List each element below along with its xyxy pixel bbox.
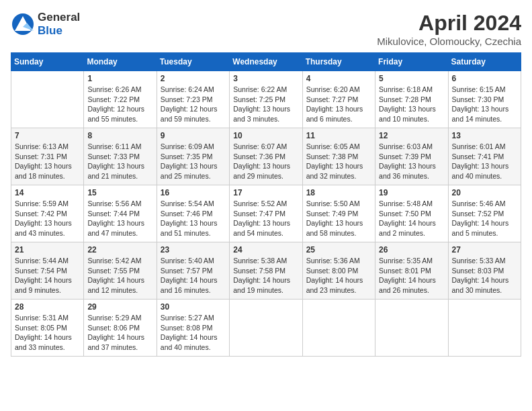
day-info: Sunrise: 5:40 AMSunset: 7:57 PMDaylight:… <box>161 256 226 295</box>
day-info: Sunrise: 5:27 AMSunset: 8:08 PMDaylight:… <box>161 313 226 353</box>
day-number: 6 <box>452 74 517 83</box>
calendar-day-cell: 4Sunrise: 6:20 AMSunset: 7:27 PMDaylight… <box>302 71 375 128</box>
calendar-header: SundayMondayTuesdayWednesdayThursdayFrid… <box>11 53 521 71</box>
calendar-day-cell: 11Sunrise: 6:05 AMSunset: 7:38 PMDayligh… <box>302 128 375 185</box>
day-info: Sunrise: 5:46 AMSunset: 7:52 PMDaylight:… <box>452 199 517 238</box>
calendar-day-cell: 1Sunrise: 6:26 AMSunset: 7:22 PMDaylight… <box>84 71 157 128</box>
day-info: Sunrise: 5:42 AMSunset: 7:55 PMDaylight:… <box>87 256 152 295</box>
calendar-day-cell: 10Sunrise: 6:07 AMSunset: 7:36 PMDayligh… <box>230 128 302 185</box>
calendar-day-cell: 30Sunrise: 5:27 AMSunset: 8:08 PMDayligh… <box>157 300 229 357</box>
day-info: Sunrise: 6:07 AMSunset: 7:36 PMDaylight:… <box>233 142 298 181</box>
day-number: 3 <box>233 74 298 83</box>
weekday-header: Tuesday <box>157 53 229 71</box>
day-number: 14 <box>15 188 80 197</box>
calendar-day-cell <box>302 300 375 357</box>
day-info: Sunrise: 5:50 AMSunset: 7:49 PMDaylight:… <box>306 199 371 238</box>
calendar-day-cell: 6Sunrise: 6:15 AMSunset: 7:30 PMDaylight… <box>448 71 521 128</box>
day-info: Sunrise: 6:22 AMSunset: 7:25 PMDaylight:… <box>233 85 298 124</box>
calendar-day-cell <box>448 300 521 357</box>
calendar-day-cell: 21Sunrise: 5:44 AMSunset: 7:54 PMDayligh… <box>11 242 84 300</box>
day-info: Sunrise: 6:11 AMSunset: 7:33 PMDaylight:… <box>87 142 152 181</box>
logo-general: General <box>38 11 80 24</box>
day-number: 17 <box>233 188 298 197</box>
day-info: Sunrise: 6:20 AMSunset: 7:27 PMDaylight:… <box>306 85 371 124</box>
day-number: 15 <box>87 188 152 197</box>
day-info: Sunrise: 5:52 AMSunset: 7:47 PMDaylight:… <box>233 199 298 238</box>
day-info: Sunrise: 5:56 AMSunset: 7:44 PMDaylight:… <box>87 199 152 238</box>
day-number: 11 <box>306 131 371 140</box>
day-info: Sunrise: 6:15 AMSunset: 7:30 PMDaylight:… <box>452 85 517 124</box>
day-number: 22 <box>87 245 152 255</box>
calendar-day-cell: 8Sunrise: 6:11 AMSunset: 7:33 PMDaylight… <box>84 128 157 185</box>
day-number: 24 <box>233 245 298 255</box>
day-number: 29 <box>87 302 152 312</box>
day-number: 1 <box>87 74 152 83</box>
weekday-header: Sunday <box>11 53 84 71</box>
day-info: Sunrise: 5:44 AMSunset: 7:54 PMDaylight:… <box>15 256 80 295</box>
calendar-day-cell: 28Sunrise: 5:31 AMSunset: 8:05 PMDayligh… <box>11 300 84 357</box>
calendar-day-cell: 3Sunrise: 6:22 AMSunset: 7:25 PMDaylight… <box>230 71 302 128</box>
logo-icon <box>11 12 35 36</box>
day-number: 27 <box>452 245 517 255</box>
calendar-week-row: 1Sunrise: 6:26 AMSunset: 7:22 PMDaylight… <box>11 71 521 128</box>
month-title: April 2024 <box>377 11 521 36</box>
day-number: 5 <box>379 74 444 83</box>
calendar-day-cell: 7Sunrise: 6:13 AMSunset: 7:31 PMDaylight… <box>11 128 84 185</box>
calendar-day-cell: 29Sunrise: 5:29 AMSunset: 8:06 PMDayligh… <box>84 300 157 357</box>
day-number: 26 <box>379 245 444 255</box>
logo: General Blue <box>11 11 80 38</box>
calendar-day-cell: 13Sunrise: 6:01 AMSunset: 7:41 PMDayligh… <box>448 128 521 185</box>
calendar-day-cell: 14Sunrise: 5:59 AMSunset: 7:42 PMDayligh… <box>11 185 84 242</box>
day-info: Sunrise: 5:35 AMSunset: 8:01 PMDaylight:… <box>379 256 444 295</box>
day-number: 4 <box>306 74 371 83</box>
day-number: 19 <box>379 188 444 197</box>
calendar-day-cell: 12Sunrise: 6:03 AMSunset: 7:39 PMDayligh… <box>375 128 448 185</box>
day-number: 7 <box>15 131 80 140</box>
day-number: 2 <box>161 74 226 83</box>
day-info: Sunrise: 6:13 AMSunset: 7:31 PMDaylight:… <box>15 142 80 181</box>
day-number: 10 <box>233 131 298 140</box>
calendar-day-cell: 23Sunrise: 5:40 AMSunset: 7:57 PMDayligh… <box>157 242 229 300</box>
day-info: Sunrise: 6:03 AMSunset: 7:39 PMDaylight:… <box>379 142 444 181</box>
day-number: 16 <box>161 188 226 197</box>
calendar-day-cell: 19Sunrise: 5:48 AMSunset: 7:50 PMDayligh… <box>375 185 448 242</box>
day-info: Sunrise: 5:33 AMSunset: 8:03 PMDaylight:… <box>452 256 517 295</box>
day-number: 18 <box>306 188 371 197</box>
day-number: 30 <box>161 302 226 312</box>
weekday-row: SundayMondayTuesdayWednesdayThursdayFrid… <box>11 53 521 71</box>
calendar-day-cell: 18Sunrise: 5:50 AMSunset: 7:49 PMDayligh… <box>302 185 375 242</box>
day-info: Sunrise: 5:36 AMSunset: 8:00 PMDaylight:… <box>306 256 371 295</box>
calendar-day-cell: 16Sunrise: 5:54 AMSunset: 7:46 PMDayligh… <box>157 185 229 242</box>
day-info: Sunrise: 5:29 AMSunset: 8:06 PMDaylight:… <box>87 313 152 353</box>
calendar-day-cell: 9Sunrise: 6:09 AMSunset: 7:35 PMDaylight… <box>157 128 229 185</box>
day-number: 25 <box>306 245 371 255</box>
day-info: Sunrise: 6:26 AMSunset: 7:22 PMDaylight:… <box>87 85 152 124</box>
calendar-day-cell: 15Sunrise: 5:56 AMSunset: 7:44 PMDayligh… <box>84 185 157 242</box>
day-number: 21 <box>15 245 80 255</box>
title-area: April 2024 Mikulovice, Olomoucky, Czechi… <box>377 11 521 47</box>
calendar-week-row: 14Sunrise: 5:59 AMSunset: 7:42 PMDayligh… <box>11 185 521 242</box>
calendar-day-cell: 24Sunrise: 5:38 AMSunset: 7:58 PMDayligh… <box>230 242 302 300</box>
day-info: Sunrise: 6:18 AMSunset: 7:28 PMDaylight:… <box>379 85 444 124</box>
day-info: Sunrise: 5:54 AMSunset: 7:46 PMDaylight:… <box>161 199 226 238</box>
calendar-week-row: 7Sunrise: 6:13 AMSunset: 7:31 PMDaylight… <box>11 128 521 185</box>
day-info: Sunrise: 6:01 AMSunset: 7:41 PMDaylight:… <box>452 142 517 181</box>
day-number: 9 <box>161 131 226 140</box>
calendar-day-cell: 25Sunrise: 5:36 AMSunset: 8:00 PMDayligh… <box>302 242 375 300</box>
day-number: 12 <box>379 131 444 140</box>
calendar-day-cell: 27Sunrise: 5:33 AMSunset: 8:03 PMDayligh… <box>448 242 521 300</box>
weekday-header: Thursday <box>302 53 375 71</box>
weekday-header: Saturday <box>448 53 521 71</box>
weekday-header: Monday <box>84 53 157 71</box>
calendar: SundayMondayTuesdayWednesdayThursdayFrid… <box>11 52 521 357</box>
day-info: Sunrise: 5:31 AMSunset: 8:05 PMDaylight:… <box>15 313 80 353</box>
logo-blue: Blue <box>38 24 62 37</box>
weekday-header: Friday <box>375 53 448 71</box>
day-info: Sunrise: 5:59 AMSunset: 7:42 PMDaylight:… <box>15 199 80 238</box>
calendar-week-row: 28Sunrise: 5:31 AMSunset: 8:05 PMDayligh… <box>11 300 521 357</box>
day-number: 8 <box>87 131 152 140</box>
calendar-day-cell <box>11 71 84 128</box>
day-info: Sunrise: 6:05 AMSunset: 7:38 PMDaylight:… <box>306 142 371 181</box>
day-info: Sunrise: 6:24 AMSunset: 7:23 PMDaylight:… <box>161 85 226 124</box>
calendar-day-cell: 26Sunrise: 5:35 AMSunset: 8:01 PMDayligh… <box>375 242 448 300</box>
